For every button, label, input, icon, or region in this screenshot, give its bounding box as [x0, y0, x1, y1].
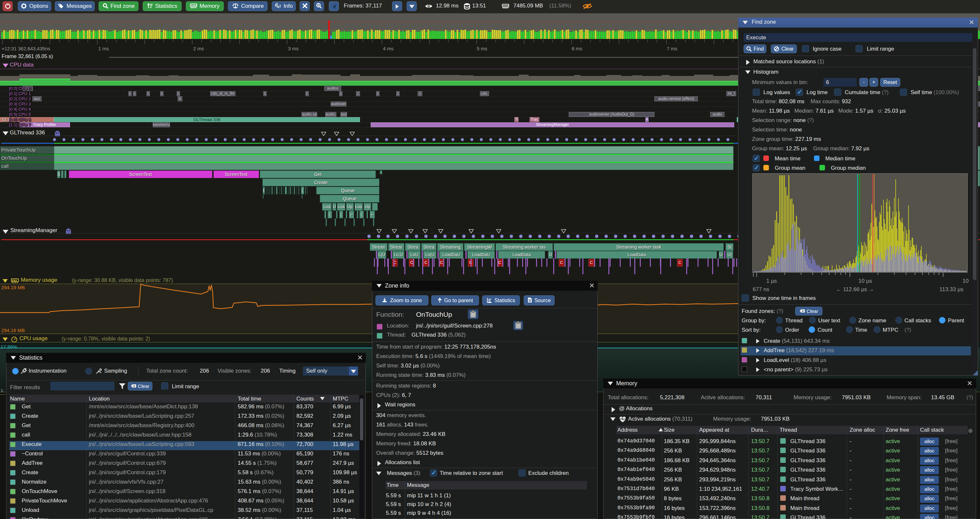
- svg-text:x: x: [802, 309, 803, 313]
- svg-text:x: x: [133, 384, 135, 388]
